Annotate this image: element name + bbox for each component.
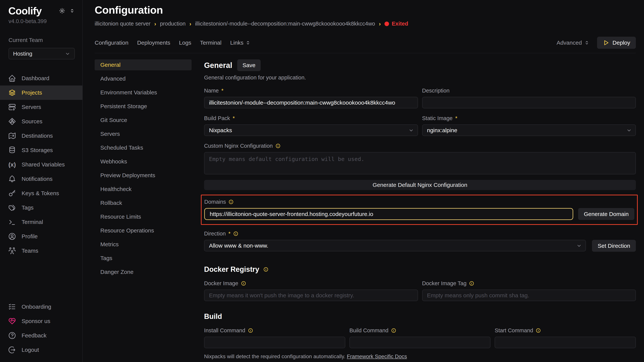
subnav-item-tags[interactable]: Tags — [95, 253, 192, 264]
direction-select[interactable]: Allow www & non-www. — [204, 240, 586, 251]
subnav-item-scheduled-tasks[interactable]: Scheduled Tasks — [95, 142, 192, 153]
sidebar-item-logout[interactable]: Logout — [0, 343, 82, 357]
sidebar-item-teams[interactable]: Teams — [0, 244, 82, 258]
subnav-item-danger-zone[interactable]: Danger Zone — [95, 267, 192, 278]
breadcrumb-resource[interactable]: illicitestonion/-module--decomposition:m… — [195, 21, 375, 27]
generate-default-nginx-button[interactable]: Generate Default Nginx Configuration — [204, 180, 636, 190]
subnav-item-git-source[interactable]: Git Source — [95, 115, 192, 126]
deploy-label: Deploy — [612, 39, 630, 46]
subnav-item-resource-operations[interactable]: Resource Operations — [95, 225, 192, 236]
sidebar-item-s3-storages[interactable]: S3 Storages — [0, 143, 82, 157]
direction-label: Direction — [204, 231, 226, 237]
deploy-button[interactable]: Deploy — [597, 37, 636, 49]
set-direction-button[interactable]: Set Direction — [592, 240, 636, 252]
info-icon — [469, 281, 474, 286]
chevron-right-icon: › — [189, 21, 191, 27]
subnav-item-webhooks[interactable]: Webhooks — [95, 156, 192, 167]
sidebar-item-projects[interactable]: Projects — [0, 85, 82, 100]
tab-deployments[interactable]: Deployments — [137, 39, 170, 46]
start-command-label: Start Command — [495, 327, 533, 334]
subnav-item-persistent-storage[interactable]: Persistent Storage — [95, 101, 192, 112]
chevron-down-icon — [576, 243, 582, 248]
tab-configuration[interactable]: Configuration — [95, 39, 128, 46]
heart-handshake-icon — [8, 317, 16, 325]
sidebar-item-label: Terminal — [22, 219, 43, 225]
tab-terminal[interactable]: Terminal — [200, 39, 222, 46]
sidebar-item-sources[interactable]: Sources — [0, 114, 82, 129]
theme-selector-chevron-icon[interactable] — [70, 8, 75, 13]
sidebar-item-keys-tokens[interactable]: Keys & Tokens — [0, 186, 82, 200]
subnav-item-rollback[interactable]: Rollback — [95, 197, 192, 208]
sidebar-item-sponsor-us[interactable]: Sponsor us — [0, 314, 82, 328]
chevron-right-icon: › — [379, 21, 381, 27]
static-image-label: Static Image — [422, 115, 452, 121]
breadcrumb-project[interactable]: illicitonion quote server — [95, 21, 150, 27]
subnav-item-preview-deployments[interactable]: Preview Deployments — [95, 170, 192, 181]
docker-image-tag-input[interactable] — [422, 290, 636, 301]
sidebar-item-label: Keys & Tokens — [22, 190, 59, 197]
team-select[interactable]: Hosting — [8, 48, 75, 59]
info-icon — [241, 281, 246, 286]
sidebar-item-label: Feedback — [22, 332, 46, 339]
app-logo: Coolify — [8, 5, 42, 17]
static-image-select[interactable]: nginx:alpine — [422, 124, 636, 136]
team-select-value: Hosting — [13, 50, 32, 57]
sidebar-item-label: Teams — [22, 248, 38, 254]
framework-docs-link[interactable]: Framework Specific Docs — [347, 354, 407, 359]
sidebar-item-tags[interactable]: Tags — [0, 200, 82, 215]
checklist-icon — [8, 303, 16, 311]
shared-variables-icon: (x) — [8, 161, 16, 168]
subnav-item-servers[interactable]: Servers — [95, 128, 192, 139]
sidebar-footer: Onboarding Sponsor us Feedback Logout — [0, 300, 82, 357]
sidebar-item-shared-variables[interactable]: (x) Shared Variables — [0, 157, 82, 172]
subnav-item-metrics[interactable]: Metrics — [95, 239, 192, 250]
sidebar-item-label: Shared Variables — [22, 161, 65, 168]
sidebar-item-label: Notifications — [22, 176, 52, 182]
info-icon — [263, 267, 268, 272]
name-label: Name — [204, 88, 219, 94]
domains-label: Domains — [204, 199, 226, 205]
theme-sun-icon[interactable] — [59, 7, 65, 14]
sidebar-item-onboarding[interactable]: Onboarding — [0, 300, 82, 314]
sidebar-item-profile[interactable]: Profile — [0, 229, 82, 244]
tab-links[interactable]: Links — [230, 39, 251, 46]
name-input[interactable] — [204, 97, 418, 108]
advanced-toggle[interactable]: Advanced — [556, 39, 589, 46]
build-pack-select[interactable]: Nixpacks — [204, 124, 418, 136]
description-input[interactable] — [422, 97, 636, 108]
database-icon — [8, 146, 16, 154]
domains-input[interactable] — [204, 208, 573, 220]
tags-icon — [8, 204, 16, 212]
subnav-item-general[interactable]: General — [95, 59, 192, 70]
chevron-down-icon — [65, 51, 70, 56]
save-button[interactable]: Save — [237, 59, 261, 71]
server-icon — [8, 103, 16, 111]
subnav-item-resource-limits[interactable]: Resource Limits — [95, 211, 192, 222]
subnav-item-advanced[interactable]: Advanced — [95, 73, 192, 84]
install-command-label: Install Command — [204, 327, 245, 334]
tab-links-label: Links — [230, 39, 244, 46]
sidebar-item-notifications[interactable]: Notifications — [0, 172, 82, 186]
install-command-input[interactable] — [204, 337, 345, 348]
build-command-input[interactable] — [350, 337, 491, 348]
sidebar-item-destinations[interactable]: Destinations — [0, 129, 82, 143]
subnav-item-healthcheck[interactable]: Healthcheck — [95, 184, 192, 195]
custom-nginx-textarea[interactable] — [204, 152, 636, 174]
chevron-down-icon — [408, 128, 414, 133]
sidebar-item-terminal[interactable]: Terminal — [0, 215, 82, 229]
breadcrumb-environment[interactable]: production — [160, 21, 186, 27]
subnav-item-environment-variables[interactable]: Environment Variables — [95, 87, 192, 98]
sidebar-item-dashboard[interactable]: Dashboard — [0, 71, 82, 85]
docker-image-input[interactable] — [204, 290, 418, 301]
sidebar-item-feedback[interactable]: Feedback — [0, 328, 82, 343]
sidebar-item-servers[interactable]: Servers — [0, 100, 82, 114]
start-command-input[interactable] — [495, 337, 636, 348]
generate-domain-button[interactable]: Generate Domain — [578, 208, 634, 220]
sidebar-item-label: Destinations — [22, 133, 53, 139]
custom-nginx-label: Custom Nginx Configuration — [204, 143, 273, 149]
tab-logs[interactable]: Logs — [179, 39, 192, 46]
sidebar-item-label: Sponsor us — [22, 318, 50, 324]
sidebar-item-label: Tags — [22, 204, 34, 211]
info-icon — [276, 143, 280, 148]
advanced-label: Advanced — [556, 39, 582, 46]
